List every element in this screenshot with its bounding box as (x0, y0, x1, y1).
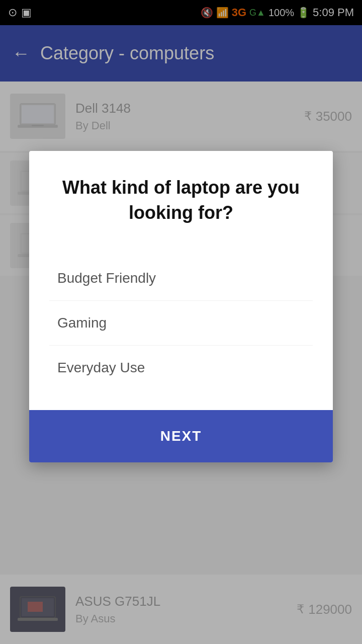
dialog: What kind of laptop are you looking for?… (29, 151, 333, 462)
dialog-question: What kind of laptop are you looking for? (49, 175, 313, 226)
dialog-option-budget[interactable]: Budget Friendly (49, 256, 313, 301)
dialog-option-everyday[interactable]: Everyday Use (49, 346, 313, 390)
dialog-content: What kind of laptop are you looking for?… (29, 151, 333, 410)
dialog-options: Budget Friendly Gaming Everyday Use (49, 256, 313, 390)
next-button[interactable]: NEXT (29, 410, 333, 462)
dialog-option-gaming[interactable]: Gaming (49, 301, 313, 346)
